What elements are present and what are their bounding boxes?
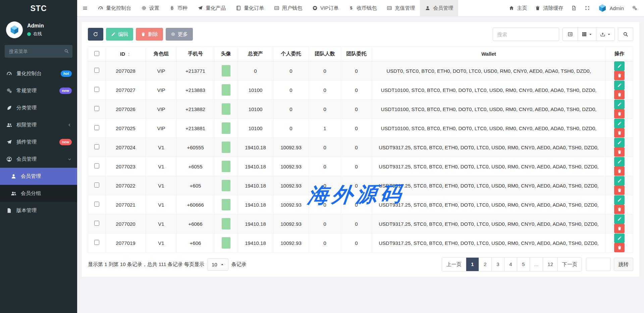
cell-actions: [606, 195, 633, 214]
page-size-select[interactable]: 10: [207, 258, 228, 271]
row-checkbox[interactable]: [94, 125, 99, 130]
sidebar-search-input[interactable]: [5, 45, 72, 58]
sidebar-item-member-manage-sub[interactable]: 会员管理: [0, 168, 77, 185]
nav-item-settings[interactable]: 设置: [136, 0, 164, 16]
nav-item-vip-orders[interactable]: VIP订单: [307, 0, 343, 16]
nav-right-fullscreen[interactable]: [581, 0, 594, 16]
more-button[interactable]: 更多: [166, 28, 193, 41]
trash-icon: [617, 92, 622, 97]
nav-item-coin-wallet[interactable]: 收币钱包: [343, 0, 382, 16]
row-edit-button[interactable]: [614, 195, 625, 205]
cell-personal-entrust: 10092.93: [273, 138, 309, 157]
search-button[interactable]: [618, 28, 633, 41]
row-delete-button[interactable]: [614, 71, 625, 80]
hamburger-button[interactable]: [77, 0, 93, 16]
page-2[interactable]: 2: [479, 258, 491, 271]
trash-icon: [617, 111, 622, 116]
cell-team-count: 0: [309, 233, 341, 253]
row-delete-button[interactable]: [614, 205, 625, 214]
pencil-icon: [617, 178, 622, 183]
nav-right-admin[interactable]: Admin: [594, 0, 628, 16]
nav-right-clear-cache[interactable]: 清除缓存: [531, 0, 567, 16]
row-delete-button[interactable]: [614, 224, 625, 233]
page-next[interactable]: 下一页: [557, 258, 582, 271]
row-delete-button[interactable]: [614, 243, 625, 252]
search-icon: [623, 32, 628, 37]
row-checkbox[interactable]: [94, 221, 99, 226]
cell-wallet: USDT10100, STC0, BTC0, ETH0, DOT0, LTC0,…: [372, 81, 606, 100]
delete-button[interactable]: 删除: [136, 28, 163, 41]
nav-item-recharge-manage[interactable]: 充值管理: [382, 0, 420, 16]
page-4[interactable]: 4: [504, 258, 517, 271]
jump-page-input[interactable]: [586, 258, 611, 271]
sidebar-item-version-manage[interactable]: 版本管理: [0, 202, 77, 219]
row-checkbox[interactable]: [94, 144, 99, 149]
page-1[interactable]: 1: [466, 258, 479, 271]
page-3[interactable]: 3: [491, 258, 504, 271]
row-delete-button[interactable]: [614, 109, 625, 118]
sidebar-item-category-manage[interactable]: 分类管理: [0, 99, 77, 116]
row-edit-button[interactable]: [614, 61, 625, 71]
table-search-input[interactable]: [493, 28, 559, 41]
row-edit-button[interactable]: [614, 100, 625, 109]
cell-role: VIP: [146, 100, 177, 119]
row-checkbox[interactable]: [94, 106, 99, 111]
row-edit-button[interactable]: [614, 81, 625, 90]
row-delete-button[interactable]: [614, 186, 625, 195]
sidebar-item-general-manage[interactable]: 常规管理new: [0, 82, 77, 99]
jump-button[interactable]: 跳转: [614, 258, 633, 271]
row-checkbox[interactable]: [94, 202, 99, 207]
sidebar-item-plugin-manage[interactable]: 插件管理new: [0, 134, 77, 151]
sidebar-item-quant-console[interactable]: 量化控制台hot: [0, 65, 77, 82]
list-icon: [568, 32, 573, 37]
pencil-icon: [617, 217, 622, 221]
column-header-id[interactable]: ID: [106, 47, 146, 61]
columns-button[interactable]: [578, 28, 596, 41]
row-checkbox[interactable]: [94, 87, 99, 92]
cell-actions: [606, 138, 633, 157]
sidebar-item-permission-manage[interactable]: 权限管理: [0, 116, 77, 134]
sidebar-item-label: 插件管理: [16, 139, 55, 145]
export-button[interactable]: [596, 28, 615, 41]
cell-wallet: USDT9317.25, STC0, BTC0, ETH0, DOT0, LTC…: [372, 195, 606, 214]
nav-item-quant-orders[interactable]: 量化订单: [231, 0, 269, 16]
row-delete-button[interactable]: [614, 166, 625, 176]
refresh-button[interactable]: [88, 28, 103, 41]
cell-team-count: 0: [309, 61, 341, 81]
page-5[interactable]: 5: [517, 258, 530, 271]
page-ellipsis: ...: [530, 258, 543, 271]
row-checkbox-cell: [88, 119, 106, 138]
nav-item-quant-products[interactable]: 量化产品: [193, 0, 231, 16]
page-12[interactable]: 12: [543, 258, 557, 271]
cell-avatar: [214, 233, 238, 253]
row-edit-button[interactable]: [614, 176, 625, 186]
row-delete-button[interactable]: [614, 147, 625, 157]
row-edit-button[interactable]: [614, 233, 625, 243]
file-text-icon: [571, 5, 577, 11]
toolbar: 编辑 删除 更多: [88, 28, 633, 41]
row-checkbox[interactable]: [94, 68, 99, 73]
list-view-button[interactable]: [562, 28, 578, 41]
row-delete-button[interactable]: [614, 128, 625, 138]
row-checkbox[interactable]: [94, 163, 99, 168]
nav-item-member-manage[interactable]: 会员管理: [420, 0, 458, 16]
sidebar-item-member-manage[interactable]: 会员管理: [0, 151, 77, 168]
row-checkbox[interactable]: [94, 240, 99, 245]
row-edit-button[interactable]: [614, 119, 625, 128]
nav-item-coins[interactable]: 币种: [164, 0, 193, 16]
row-edit-button[interactable]: [614, 214, 625, 224]
nav-right-home[interactable]: 主页: [505, 0, 531, 16]
row-checkbox[interactable]: [94, 182, 99, 188]
page-prev[interactable]: 上一页: [442, 258, 466, 271]
edit-button[interactable]: 编辑: [106, 28, 133, 41]
select-all-checkbox[interactable]: [94, 51, 99, 56]
nav-item-quant-console[interactable]: 量化控制台: [93, 0, 136, 16]
nav-right-settings-gear[interactable]: [628, 0, 641, 16]
nav-item-user-wallet[interactable]: 用户钱包: [269, 0, 307, 16]
nav-right-docs[interactable]: [567, 0, 581, 16]
cell-id: 2077019: [106, 233, 146, 253]
sidebar-item-member-group[interactable]: 会员分组: [0, 185, 77, 202]
row-edit-button[interactable]: [614, 138, 625, 147]
row-delete-button[interactable]: [614, 90, 625, 99]
row-edit-button[interactable]: [614, 157, 625, 166]
